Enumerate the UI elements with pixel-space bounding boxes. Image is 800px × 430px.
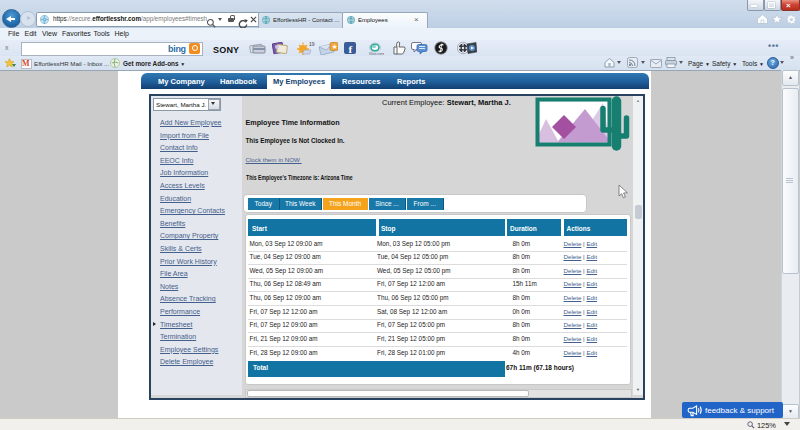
svg-text:★: ★: [332, 43, 338, 50]
svg-text:Www.commons: Www.commons: [369, 52, 384, 56]
svg-text:19: 19: [309, 41, 315, 47]
